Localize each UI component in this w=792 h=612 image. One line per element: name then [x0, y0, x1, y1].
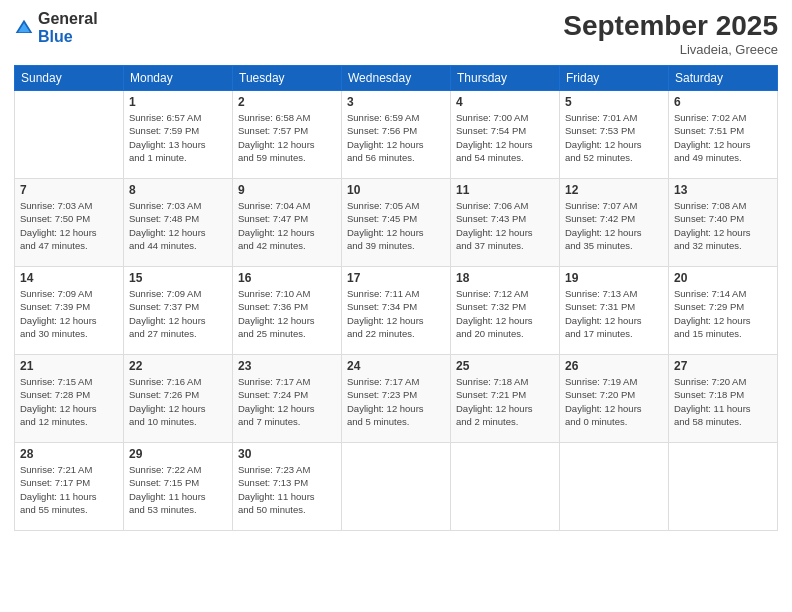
- logo: General Blue: [14, 10, 98, 45]
- table-row: 10Sunrise: 7:05 AM Sunset: 7:45 PM Dayli…: [342, 179, 451, 267]
- col-sunday: Sunday: [15, 66, 124, 91]
- day-info: Sunrise: 7:07 AM Sunset: 7:42 PM Dayligh…: [565, 199, 663, 252]
- day-number: 18: [456, 271, 554, 285]
- table-row: 17Sunrise: 7:11 AM Sunset: 7:34 PM Dayli…: [342, 267, 451, 355]
- day-info: Sunrise: 7:02 AM Sunset: 7:51 PM Dayligh…: [674, 111, 772, 164]
- day-info: Sunrise: 7:13 AM Sunset: 7:31 PM Dayligh…: [565, 287, 663, 340]
- day-number: 29: [129, 447, 227, 461]
- table-row: 8Sunrise: 7:03 AM Sunset: 7:48 PM Daylig…: [124, 179, 233, 267]
- day-info: Sunrise: 7:09 AM Sunset: 7:39 PM Dayligh…: [20, 287, 118, 340]
- col-thursday: Thursday: [451, 66, 560, 91]
- table-row: 6Sunrise: 7:02 AM Sunset: 7:51 PM Daylig…: [669, 91, 778, 179]
- table-row: 11Sunrise: 7:06 AM Sunset: 7:43 PM Dayli…: [451, 179, 560, 267]
- day-number: 4: [456, 95, 554, 109]
- table-row: [451, 443, 560, 531]
- logo-blue-text: Blue: [38, 28, 98, 46]
- day-number: 2: [238, 95, 336, 109]
- table-row: 25Sunrise: 7:18 AM Sunset: 7:21 PM Dayli…: [451, 355, 560, 443]
- day-info: Sunrise: 7:15 AM Sunset: 7:28 PM Dayligh…: [20, 375, 118, 428]
- table-row: 23Sunrise: 7:17 AM Sunset: 7:24 PM Dayli…: [233, 355, 342, 443]
- day-info: Sunrise: 7:17 AM Sunset: 7:24 PM Dayligh…: [238, 375, 336, 428]
- day-info: Sunrise: 7:03 AM Sunset: 7:50 PM Dayligh…: [20, 199, 118, 252]
- table-row: 22Sunrise: 7:16 AM Sunset: 7:26 PM Dayli…: [124, 355, 233, 443]
- table-row: 28Sunrise: 7:21 AM Sunset: 7:17 PM Dayli…: [15, 443, 124, 531]
- header: General Blue September 2025 Livadeia, Gr…: [14, 10, 778, 57]
- table-row: 18Sunrise: 7:12 AM Sunset: 7:32 PM Dayli…: [451, 267, 560, 355]
- day-number: 21: [20, 359, 118, 373]
- day-info: Sunrise: 6:57 AM Sunset: 7:59 PM Dayligh…: [129, 111, 227, 164]
- day-number: 1: [129, 95, 227, 109]
- day-number: 17: [347, 271, 445, 285]
- calendar-week-row: 14Sunrise: 7:09 AM Sunset: 7:39 PM Dayli…: [15, 267, 778, 355]
- day-info: Sunrise: 7:00 AM Sunset: 7:54 PM Dayligh…: [456, 111, 554, 164]
- day-number: 7: [20, 183, 118, 197]
- table-row: 5Sunrise: 7:01 AM Sunset: 7:53 PM Daylig…: [560, 91, 669, 179]
- calendar-week-row: 7Sunrise: 7:03 AM Sunset: 7:50 PM Daylig…: [15, 179, 778, 267]
- table-row: 4Sunrise: 7:00 AM Sunset: 7:54 PM Daylig…: [451, 91, 560, 179]
- day-info: Sunrise: 7:18 AM Sunset: 7:21 PM Dayligh…: [456, 375, 554, 428]
- day-number: 25: [456, 359, 554, 373]
- table-row: 19Sunrise: 7:13 AM Sunset: 7:31 PM Dayli…: [560, 267, 669, 355]
- location: Livadeia, Greece: [563, 42, 778, 57]
- table-row: 15Sunrise: 7:09 AM Sunset: 7:37 PM Dayli…: [124, 267, 233, 355]
- col-monday: Monday: [124, 66, 233, 91]
- table-row: 9Sunrise: 7:04 AM Sunset: 7:47 PM Daylig…: [233, 179, 342, 267]
- table-row: 24Sunrise: 7:17 AM Sunset: 7:23 PM Dayli…: [342, 355, 451, 443]
- table-row: [560, 443, 669, 531]
- table-row: 14Sunrise: 7:09 AM Sunset: 7:39 PM Dayli…: [15, 267, 124, 355]
- table-row: 3Sunrise: 6:59 AM Sunset: 7:56 PM Daylig…: [342, 91, 451, 179]
- day-info: Sunrise: 6:58 AM Sunset: 7:57 PM Dayligh…: [238, 111, 336, 164]
- day-info: Sunrise: 7:12 AM Sunset: 7:32 PM Dayligh…: [456, 287, 554, 340]
- day-number: 24: [347, 359, 445, 373]
- day-number: 30: [238, 447, 336, 461]
- day-info: Sunrise: 7:19 AM Sunset: 7:20 PM Dayligh…: [565, 375, 663, 428]
- day-info: Sunrise: 7:04 AM Sunset: 7:47 PM Dayligh…: [238, 199, 336, 252]
- table-row: 29Sunrise: 7:22 AM Sunset: 7:15 PM Dayli…: [124, 443, 233, 531]
- day-info: Sunrise: 7:08 AM Sunset: 7:40 PM Dayligh…: [674, 199, 772, 252]
- day-info: Sunrise: 7:20 AM Sunset: 7:18 PM Dayligh…: [674, 375, 772, 428]
- day-number: 5: [565, 95, 663, 109]
- day-info: Sunrise: 6:59 AM Sunset: 7:56 PM Dayligh…: [347, 111, 445, 164]
- day-number: 26: [565, 359, 663, 373]
- table-row: 13Sunrise: 7:08 AM Sunset: 7:40 PM Dayli…: [669, 179, 778, 267]
- day-info: Sunrise: 7:10 AM Sunset: 7:36 PM Dayligh…: [238, 287, 336, 340]
- day-number: 20: [674, 271, 772, 285]
- day-number: 19: [565, 271, 663, 285]
- table-row: 30Sunrise: 7:23 AM Sunset: 7:13 PM Dayli…: [233, 443, 342, 531]
- page: General Blue September 2025 Livadeia, Gr…: [0, 0, 792, 612]
- day-number: 23: [238, 359, 336, 373]
- day-info: Sunrise: 7:23 AM Sunset: 7:13 PM Dayligh…: [238, 463, 336, 516]
- day-number: 22: [129, 359, 227, 373]
- table-row: [342, 443, 451, 531]
- table-row: 16Sunrise: 7:10 AM Sunset: 7:36 PM Dayli…: [233, 267, 342, 355]
- table-row: 7Sunrise: 7:03 AM Sunset: 7:50 PM Daylig…: [15, 179, 124, 267]
- month-title: September 2025: [563, 10, 778, 42]
- table-row: 26Sunrise: 7:19 AM Sunset: 7:20 PM Dayli…: [560, 355, 669, 443]
- day-info: Sunrise: 7:17 AM Sunset: 7:23 PM Dayligh…: [347, 375, 445, 428]
- table-row: 21Sunrise: 7:15 AM Sunset: 7:28 PM Dayli…: [15, 355, 124, 443]
- calendar-header-row: Sunday Monday Tuesday Wednesday Thursday…: [15, 66, 778, 91]
- day-info: Sunrise: 7:22 AM Sunset: 7:15 PM Dayligh…: [129, 463, 227, 516]
- day-number: 27: [674, 359, 772, 373]
- logo-text: General Blue: [38, 10, 98, 45]
- table-row: 27Sunrise: 7:20 AM Sunset: 7:18 PM Dayli…: [669, 355, 778, 443]
- calendar-table: Sunday Monday Tuesday Wednesday Thursday…: [14, 65, 778, 531]
- table-row: 12Sunrise: 7:07 AM Sunset: 7:42 PM Dayli…: [560, 179, 669, 267]
- day-number: 13: [674, 183, 772, 197]
- day-number: 16: [238, 271, 336, 285]
- calendar-week-row: 21Sunrise: 7:15 AM Sunset: 7:28 PM Dayli…: [15, 355, 778, 443]
- day-number: 11: [456, 183, 554, 197]
- day-number: 3: [347, 95, 445, 109]
- logo-general-text: General: [38, 10, 98, 28]
- day-info: Sunrise: 7:05 AM Sunset: 7:45 PM Dayligh…: [347, 199, 445, 252]
- table-row: [15, 91, 124, 179]
- day-number: 10: [347, 183, 445, 197]
- day-number: 28: [20, 447, 118, 461]
- day-info: Sunrise: 7:11 AM Sunset: 7:34 PM Dayligh…: [347, 287, 445, 340]
- day-info: Sunrise: 7:21 AM Sunset: 7:17 PM Dayligh…: [20, 463, 118, 516]
- day-number: 8: [129, 183, 227, 197]
- col-tuesday: Tuesday: [233, 66, 342, 91]
- day-info: Sunrise: 7:09 AM Sunset: 7:37 PM Dayligh…: [129, 287, 227, 340]
- day-number: 12: [565, 183, 663, 197]
- day-number: 14: [20, 271, 118, 285]
